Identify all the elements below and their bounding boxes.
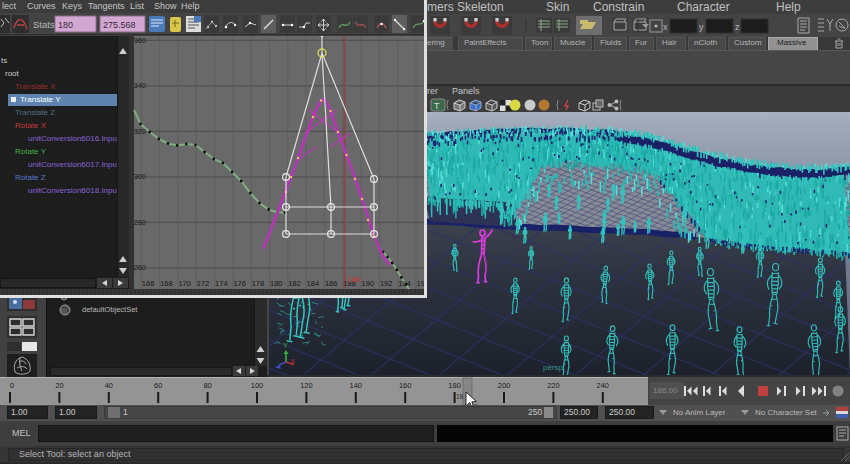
svg-text:184: 184 — [307, 279, 320, 288]
svg-text:178: 178 — [252, 279, 265, 288]
svg-text:300: 300 — [134, 172, 147, 181]
svg-text:180: 180 — [270, 279, 283, 288]
svg-text:168: 168 — [160, 279, 173, 288]
svg-text:320: 320 — [134, 127, 147, 136]
svg-text:172: 172 — [197, 279, 210, 288]
svg-text:174: 174 — [215, 279, 228, 288]
svg-text:180: 180 — [58, 20, 73, 30]
svg-text:260: 260 — [134, 263, 147, 272]
svg-text:z: z — [735, 22, 740, 32]
svg-text:x: x — [663, 22, 668, 32]
svg-text:182: 182 — [288, 279, 301, 288]
svg-text:186: 186 — [347, 275, 361, 284]
svg-text:176: 176 — [233, 279, 246, 288]
svg-text:186: 186 — [325, 279, 338, 288]
svg-text:Stats: Stats — [33, 19, 55, 30]
svg-text:280: 280 — [134, 218, 147, 227]
svg-text:Y: Y — [283, 342, 288, 349]
svg-text:275.568: 275.568 — [103, 20, 136, 30]
svg-text:166: 166 — [142, 279, 155, 288]
svg-text:340: 340 — [134, 81, 147, 90]
svg-text:T: T — [434, 101, 440, 111]
svg-text:192: 192 — [380, 279, 393, 288]
svg-text:x: x — [291, 357, 295, 364]
svg-text:19: 19 — [417, 279, 425, 288]
svg-text:y: y — [699, 22, 704, 32]
svg-text:170: 170 — [178, 279, 191, 288]
svg-text:persp: persp — [543, 363, 564, 372]
svg-text:190: 190 — [362, 279, 375, 288]
svg-text:360: 360 — [134, 36, 147, 45]
svg-text:194: 194 — [398, 279, 411, 288]
